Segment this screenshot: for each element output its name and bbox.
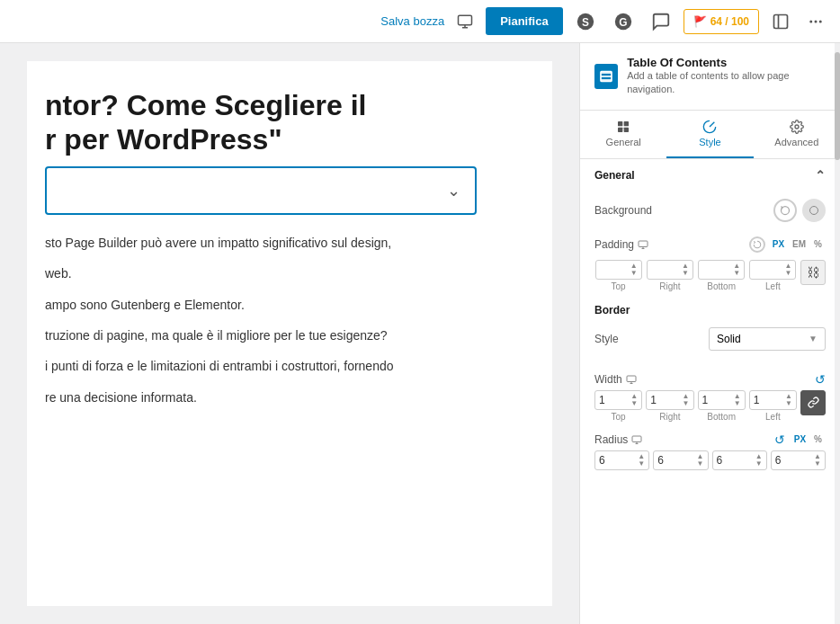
padding-reset-icon[interactable] [749, 236, 765, 253]
padding-left-input[interactable]: ▲ ▼ [749, 260, 796, 280]
padding-label: Padding [594, 238, 648, 251]
sidebar-scrollbar-thumb[interactable] [835, 52, 840, 160]
background-toggles [773, 199, 826, 222]
main-layout: ntor? Come Scegliere il r per WordPress"… [0, 43, 840, 624]
svg-rect-28 [632, 436, 641, 442]
padding-row: Padding PX EM % [580, 229, 840, 260]
padding-link-button[interactable]: ⛓ [800, 260, 826, 285]
padding-top-input[interactable]: ▲ ▼ [595, 260, 642, 280]
radius-unit-percent[interactable]: % [810, 432, 826, 446]
radius-refresh-icon[interactable]: ↺ [774, 432, 785, 447]
editor-para-3: ampo sono Gutenberg e Elementor. [45, 295, 534, 315]
radius-monitor-icon [631, 434, 642, 445]
radius-top-val: 6 [599, 454, 605, 467]
tab-advanced[interactable]: Advanced [754, 111, 840, 158]
padding-top-down[interactable]: ▼ [630, 270, 638, 277]
padding-unit-em[interactable]: EM [789, 237, 809, 251]
sidebar-icon [772, 13, 790, 31]
border-width-right-wrap: 1 ▲ ▼ Right [646, 390, 693, 422]
padding-right-label: Right [659, 281, 680, 291]
padding-right-down[interactable]: ▼ [682, 270, 689, 277]
padding-left-wrap: ▲ ▼ Left [749, 260, 797, 291]
bg-reset-icon[interactable] [773, 199, 797, 222]
border-width-bottom-down[interactable]: ▼ [734, 400, 741, 407]
save-draft-button[interactable]: Salva bozza [380, 14, 444, 28]
radius-top-input[interactable]: 6 ▲ ▼ [594, 450, 649, 470]
padding-bottom-wrap: ▲ ▼ Bottom [698, 260, 746, 291]
border-width-top-label: Top [612, 412, 626, 422]
border-width-top-wrap: 1 ▲ ▼ Top [594, 390, 642, 422]
background-label: Background [594, 204, 652, 217]
editor-para-6: re una decisione informata. [45, 388, 534, 407]
editor-title: ntor? Come Scegliere il r per WordPress" [45, 88, 534, 157]
tab-general[interactable]: General [580, 111, 666, 158]
publish-button[interactable]: Pianifica [486, 7, 562, 35]
toc-chevron-icon[interactable]: ⌄ [447, 181, 460, 201]
radius-left-down[interactable]: ▼ [814, 460, 821, 468]
radius-right-down[interactable]: ▼ [697, 460, 704, 468]
svg-rect-18 [618, 127, 622, 131]
svg-rect-7 [774, 14, 788, 28]
padding-left-down[interactable]: ▼ [784, 270, 791, 277]
sidebar-scrollbar-track [835, 43, 840, 624]
border-width-top-down[interactable]: ▼ [630, 400, 638, 407]
padding-top-label: Top [612, 281, 626, 291]
more-options-button[interactable] [802, 8, 829, 35]
topbar: Salva bozza Pianifica S G 🚩 64 / 100 [0, 0, 840, 43]
padding-bottom-down[interactable]: ▼ [733, 270, 740, 277]
padding-top-wrap: ▲ ▼ Top [594, 260, 642, 291]
background-row: Background [580, 192, 840, 229]
plugin-icon-2[interactable]: G [608, 6, 639, 37]
svg-text:G: G [619, 15, 627, 28]
border-radius-label: Radius [594, 433, 642, 446]
padding-bottom-label: Bottom [707, 281, 736, 291]
border-width-link-button[interactable] [800, 390, 826, 415]
tab-general-label: General [606, 137, 641, 147]
score-value: 64 / 100 [710, 15, 749, 28]
border-width-left-down[interactable]: ▼ [785, 400, 792, 407]
radius-label-row: Radius ↺ PX % [580, 425, 840, 450]
radius-right-input[interactable]: 6 ▲ ▼ [653, 450, 708, 470]
padding-right-wrap: ▲ ▼ Right [646, 260, 693, 291]
sidebar: Table Of Contents Add a table of content… [579, 43, 840, 624]
svg-rect-16 [618, 121, 622, 126]
editor-para-2: web. [45, 263, 534, 283]
padding-unit-px[interactable]: PX [769, 237, 788, 251]
border-width-right-input[interactable]: 1 ▲ ▼ [646, 390, 693, 410]
radius-unit-px[interactable]: PX [791, 432, 809, 446]
radius-bottom-val: 6 [717, 454, 723, 467]
toc-block[interactable]: ⌄ [45, 166, 477, 215]
radius-left-input[interactable]: 6 ▲ ▼ [771, 450, 826, 470]
radius-bottom-down[interactable]: ▼ [755, 460, 763, 468]
sidebar-toggle-button[interactable] [766, 7, 795, 36]
plugin-icon-1[interactable]: S [570, 6, 601, 37]
tab-style[interactable]: Style [666, 111, 753, 158]
radius-bottom-input[interactable]: 6 ▲ ▼ [712, 450, 767, 470]
plugin-icon-3[interactable] [646, 6, 676, 37]
border-style-select[interactable]: Solid ▼ [709, 327, 826, 351]
svg-point-11 [819, 20, 822, 22]
responsive-preview-button[interactable] [451, 8, 478, 35]
border-width-top-input[interactable]: 1 ▲ ▼ [594, 390, 642, 410]
border-width-left-input[interactable]: 1 ▲ ▼ [749, 390, 797, 410]
radius-top-down[interactable]: ▼ [638, 460, 645, 468]
padding-right-input[interactable]: ▲ ▼ [647, 260, 693, 280]
general-section-label: General [594, 169, 635, 182]
width-refresh-icon[interactable]: ↺ [815, 372, 826, 387]
padding-spinners: ▲ ▼ Top ▲ ▼ Right [580, 260, 840, 295]
padding-monitor-icon [638, 239, 648, 250]
general-section-header[interactable]: General ⌃ [580, 159, 840, 192]
border-width-bottom-input[interactable]: 1 ▲ ▼ [698, 390, 746, 410]
bg-fill-icon[interactable] [802, 199, 826, 222]
padding-unit-percent[interactable]: % [810, 237, 826, 251]
border-section: Style Solid ▼ [580, 320, 840, 365]
tab-advanced-label: Advanced [774, 137, 818, 147]
score-button[interactable]: 🚩 64 / 100 [684, 9, 759, 34]
radius-right-wrap: 6 ▲ ▼ [653, 450, 708, 470]
border-width-right-down[interactable]: ▼ [683, 400, 690, 407]
padding-bottom-input[interactable]: ▲ ▼ [698, 260, 745, 280]
border-style-label: Style [594, 333, 619, 345]
tab-style-label: Style [699, 137, 720, 147]
radius-unit-selector: PX % [791, 432, 826, 446]
width-label-row: Width ↺ [580, 365, 840, 390]
